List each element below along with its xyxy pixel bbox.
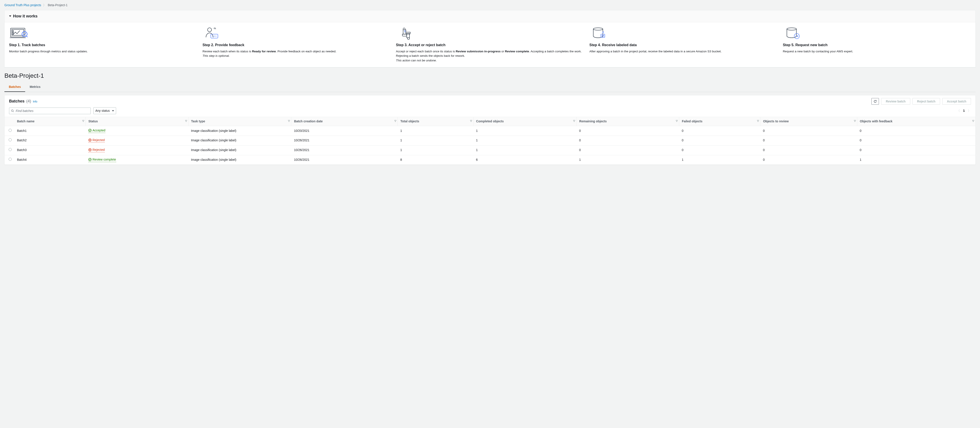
step-icon — [396, 27, 416, 40]
column-header[interactable]: Remaining objects — [576, 117, 679, 126]
step-title: Step 2. Provide feedback — [202, 43, 390, 48]
cell-total: 1 — [398, 126, 473, 136]
cell-total: 1 — [398, 136, 473, 145]
column-header[interactable]: Completed objects — [473, 117, 576, 126]
svg-point-17 — [11, 110, 13, 112]
cell-batch-name: Batch1 — [14, 126, 86, 136]
cell-task-type: Image classification (single label) — [188, 136, 291, 145]
review-batch-button[interactable]: Review batch — [881, 98, 910, 105]
cell-remaining: 0 — [576, 126, 679, 136]
cell-date: 10/26/2021 — [291, 136, 398, 145]
breadcrumb-root-link[interactable]: Ground Truth Plus projects — [5, 3, 41, 8]
svg-point-8 — [212, 36, 213, 37]
chevron-down-icon — [112, 110, 114, 112]
breadcrumb-current: Beta-Project-1 — [48, 3, 68, 8]
table-row[interactable]: Batch1 Accepted Image classification (si… — [5, 126, 975, 136]
tab-metrics[interactable]: Metrics — [25, 83, 45, 92]
cell-to-review: 0 — [760, 126, 857, 136]
step-title: Step 1. Track batches — [9, 43, 197, 48]
column-header[interactable]: Batch creation date — [291, 117, 398, 126]
pagination-next[interactable]: 〉 — [968, 109, 971, 113]
table-row[interactable]: Batch4 Review complete Image classificat… — [5, 155, 975, 164]
pagination-prev[interactable]: 〈 — [957, 109, 960, 113]
how-it-works-step: Step 3. Accept or reject batch Accept or… — [396, 27, 584, 63]
cell-total: 8 — [398, 155, 473, 164]
step-description: Accept or reject each batch once its sta… — [396, 49, 584, 63]
svg-point-15 — [787, 28, 796, 30]
column-header[interactable]: Total objects — [398, 117, 473, 126]
step-icon — [9, 27, 29, 40]
cell-to-review: 0 — [760, 155, 857, 164]
cell-status: Rejected — [86, 136, 188, 145]
cell-to-review: 0 — [760, 136, 857, 145]
column-header[interactable]: Batch name — [14, 117, 86, 126]
step-icon — [783, 27, 803, 40]
cell-date: 10/26/2021 — [291, 155, 398, 164]
search-box[interactable] — [9, 107, 91, 114]
tab-batches[interactable]: Batches — [5, 83, 25, 92]
step-description: Request a new batch by contacting your A… — [783, 49, 971, 54]
pagination: 〈 1 〉 — [957, 109, 971, 113]
reject-batch-button[interactable]: Reject batch — [912, 98, 940, 105]
svg-rect-3 — [13, 32, 13, 33]
search-input[interactable] — [15, 109, 89, 113]
step-title: Step 4. Receive labeled data — [589, 43, 777, 48]
cell-completed: 6 — [473, 155, 576, 164]
batches-count: (4) — [26, 99, 31, 104]
row-radio[interactable] — [9, 148, 12, 151]
status-badge: Review complete — [88, 158, 116, 162]
how-it-works-title: How it works — [13, 13, 38, 19]
cell-failed: 0 — [679, 136, 760, 145]
cell-remaining: 1 — [576, 155, 679, 164]
row-radio[interactable] — [9, 138, 12, 141]
cell-failed: 1 — [679, 155, 760, 164]
how-it-works-toggle[interactable]: How it works — [5, 10, 975, 22]
column-header[interactable]: Objects to review — [760, 117, 857, 126]
batches-table: Batch nameStatusTask typeBatch creation … — [5, 117, 975, 164]
info-link[interactable]: Info — [33, 100, 37, 104]
column-header[interactable]: Task type — [188, 117, 291, 126]
cell-batch-name: Batch2 — [14, 136, 86, 145]
status-badge: Accepted — [88, 128, 105, 133]
batches-title: Batches — [9, 99, 24, 104]
cell-task-type: Image classification (single label) — [188, 155, 291, 164]
cell-failed: 0 — [679, 145, 760, 155]
svg-point-13 — [593, 28, 603, 30]
cell-feedback: 0 — [857, 126, 975, 136]
accept-batch-button[interactable]: Accept batch — [942, 98, 971, 105]
how-it-works-step: Step 1. Track batches Monitor batch prog… — [9, 27, 197, 63]
refresh-button[interactable] — [872, 98, 879, 105]
table-row[interactable]: Batch2 Rejected Image classification (si… — [5, 136, 975, 145]
column-header[interactable]: Failed objects — [679, 117, 760, 126]
svg-rect-4 — [13, 34, 13, 35]
cell-remaining: 0 — [576, 136, 679, 145]
status-filter-label: Any status — [95, 109, 110, 113]
how-it-works-step: Step 5. Request new batch Request a new … — [783, 27, 971, 63]
cell-failed: 0 — [679, 126, 760, 136]
cell-feedback: 0 — [857, 136, 975, 145]
cell-completed: 1 — [473, 136, 576, 145]
status-badge: Rejected — [88, 148, 105, 153]
caret-down-icon — [9, 16, 11, 17]
step-title: Step 3. Accept or reject batch — [396, 43, 584, 48]
step-description: Monitor batch progress through metrics a… — [9, 49, 197, 54]
cell-date: 10/20/2021 — [291, 126, 398, 136]
row-radio[interactable] — [9, 129, 12, 132]
svg-point-6 — [208, 28, 212, 32]
page-title: Beta-Project-1 — [5, 71, 975, 80]
column-header[interactable]: Objects with feedback — [857, 117, 975, 126]
cell-task-type: Image classification (single label) — [188, 126, 291, 136]
svg-point-9 — [214, 36, 215, 37]
cell-completed: 1 — [473, 126, 576, 136]
cell-feedback: 1 — [857, 155, 975, 164]
svg-point-10 — [216, 36, 216, 37]
status-badge: Rejected — [88, 138, 105, 143]
column-header[interactable]: Status — [86, 117, 188, 126]
row-radio[interactable] — [9, 158, 12, 161]
svg-rect-2 — [13, 30, 13, 31]
cell-to-review: 0 — [760, 145, 857, 155]
table-row[interactable]: Batch3 Rejected Image classification (si… — [5, 145, 975, 155]
status-filter-select[interactable]: Any status — [93, 107, 116, 114]
batches-panel: Batches (4) Info Review batch Reject bat… — [5, 95, 975, 165]
breadcrumb-separator-icon: 〉 — [43, 3, 46, 8]
